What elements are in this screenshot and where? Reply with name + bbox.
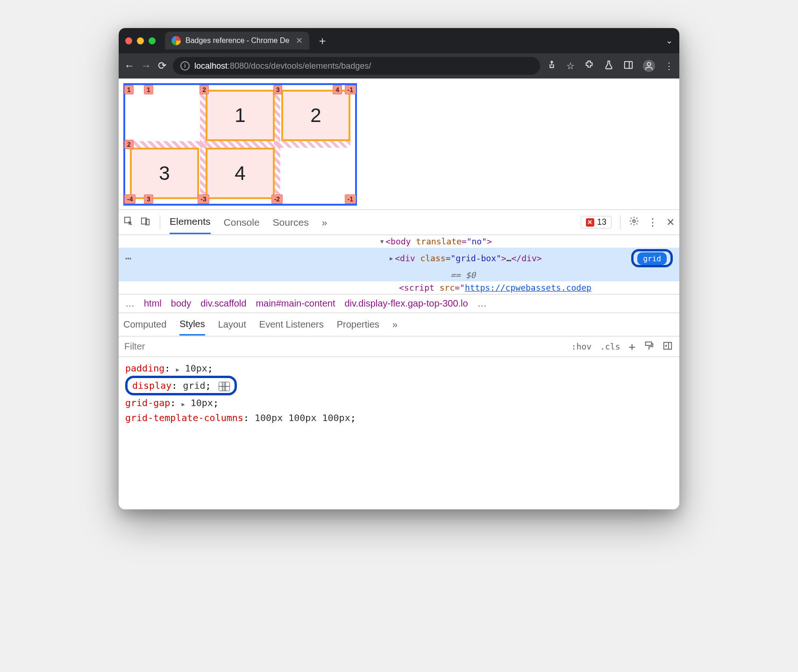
cls-toggle[interactable]: .cls: [600, 342, 620, 351]
labs-icon[interactable]: [604, 60, 614, 72]
computed-sidebar-icon[interactable]: [663, 341, 673, 353]
browser-tab[interactable]: Badges reference - Chrome De ✕: [165, 32, 309, 50]
dom-breadcrumb[interactable]: … html body div.scaffold main#main-conte…: [119, 294, 679, 313]
close-window-button[interactable]: [125, 37, 132, 44]
grid-line-label: -3: [198, 194, 209, 204]
maximize-window-button[interactable]: [149, 37, 156, 44]
tab-styles[interactable]: Styles: [179, 314, 205, 336]
attr-name: src: [440, 283, 455, 293]
grid-cell-1: 1: [206, 90, 275, 141]
css-value: 10px: [185, 363, 207, 374]
styles-filter-row: :hov .cls +: [119, 336, 679, 357]
kebab-menu-icon[interactable]: ⋮: [648, 216, 658, 229]
grid-cell-empty: [281, 148, 350, 199]
tab-title: Badges reference - Chrome De: [185, 36, 289, 45]
script-src-link[interactable]: https://cpwebassets.codep: [465, 283, 591, 293]
svg-rect-6: [646, 342, 652, 345]
grid-cell-3: 3: [130, 148, 199, 199]
extensions-icon[interactable]: [584, 60, 594, 72]
tab-computed[interactable]: Computed: [123, 315, 166, 335]
breadcrumb-ellipsis[interactable]: …: [125, 298, 135, 309]
styles-panel-tabs: Computed Styles Layout Event Listeners P…: [119, 313, 679, 336]
css-declaration[interactable]: grid-template-columns: 100px 100px 100px…: [125, 410, 673, 425]
back-button[interactable]: ←: [124, 60, 135, 72]
devtools-header: Elements Console Sources » ✕ 13 ⋮ ✕: [119, 210, 679, 235]
grid-line-label: 1: [144, 85, 153, 94]
grid-cells: 1 2 3 4: [130, 90, 350, 199]
grid-line-label: 2: [200, 85, 209, 94]
css-property: display: [132, 380, 171, 391]
tab-layout[interactable]: Layout: [218, 315, 246, 335]
grid-line-label: -1: [345, 85, 356, 94]
grid-line-label: -2: [271, 194, 283, 204]
css-property: grid-template-columns: [125, 412, 243, 423]
attr-value: "grid-box": [450, 253, 501, 263]
minimize-window-button[interactable]: [137, 37, 144, 44]
styles-filter-input[interactable]: [119, 341, 565, 352]
grid-line-label: 4: [333, 85, 342, 94]
url-port: :8080: [228, 61, 249, 71]
grid-cell-2: 2: [281, 90, 350, 141]
side-panel-icon[interactable]: [623, 60, 634, 72]
css-declaration[interactable]: padding: ▶ 10px;: [125, 361, 673, 376]
tab-sources[interactable]: Sources: [273, 211, 309, 234]
error-count-badge[interactable]: ✕ 13: [581, 216, 612, 229]
tab-console[interactable]: Console: [224, 211, 260, 234]
tabs-dropdown-icon[interactable]: ⌄: [666, 36, 673, 46]
breadcrumb-item[interactable]: div.display-flex.gap-top-300.lo: [344, 298, 468, 309]
close-tab-icon[interactable]: ✕: [296, 36, 303, 46]
css-property: padding: [125, 363, 164, 374]
grid-badge[interactable]: grid: [637, 252, 667, 265]
expand-triangle-icon[interactable]: ▶: [390, 255, 393, 262]
collapsed-ellipsis-icon[interactable]: ⋯: [125, 252, 131, 264]
settings-gear-icon[interactable]: [629, 216, 639, 229]
grid-badge-annotation: grid: [631, 249, 673, 267]
more-tabs-icon[interactable]: »: [322, 211, 328, 234]
kebab-menu-icon[interactable]: ⋮: [664, 60, 674, 71]
device-toolbar-icon[interactable]: [140, 216, 150, 229]
grid-line-label: -4: [124, 194, 135, 204]
breadcrumb-ellipsis[interactable]: …: [477, 298, 487, 309]
breadcrumb-item[interactable]: body: [171, 298, 191, 309]
titlebar: Badges reference - Chrome De ✕ ＋ ⌄: [119, 28, 679, 53]
breadcrumb-item[interactable]: html: [144, 298, 162, 309]
grid-editor-icon[interactable]: [219, 382, 230, 391]
expand-triangle-icon[interactable]: ▼: [380, 238, 384, 245]
expand-shorthand-icon[interactable]: ▶: [181, 401, 185, 407]
hov-toggle[interactable]: :hov: [571, 342, 591, 351]
new-tab-button[interactable]: ＋: [317, 33, 328, 48]
profile-avatar-icon[interactable]: [643, 60, 655, 72]
more-tabs-icon[interactable]: »: [392, 315, 398, 335]
devtools-panel: Elements Console Sources » ✕ 13 ⋮ ✕: [119, 209, 679, 509]
tab-elements[interactable]: Elements: [170, 210, 211, 234]
new-style-rule-icon[interactable]: +: [629, 340, 635, 353]
url-host: localhost: [194, 61, 228, 71]
css-rules[interactable]: padding: ▶ 10px; display: grid; grid-gap…: [119, 357, 679, 429]
svg-point-1: [647, 63, 650, 66]
forward-button[interactable]: →: [141, 60, 151, 72]
grid-cell-empty: [130, 90, 199, 141]
tab-event-listeners[interactable]: Event Listeners: [259, 315, 324, 335]
selected-element-ref: == $0: [450, 270, 476, 280]
share-icon[interactable]: [547, 60, 557, 72]
expand-shorthand-icon[interactable]: ▶: [176, 366, 179, 373]
grid-line-label: 3: [144, 194, 153, 204]
close-devtools-icon[interactable]: ✕: [666, 216, 675, 229]
bookmark-icon[interactable]: ☆: [566, 60, 575, 71]
breadcrumb-item[interactable]: div.scaffold: [200, 298, 246, 309]
display-grid-annotation: display: grid;: [125, 376, 237, 395]
page-content: 1 2 3 4 1 1 2 3 4 -1 2 -4 3 -3 -2: [119, 79, 679, 209]
url-path: /docs/devtools/elements/badges/: [249, 61, 371, 71]
paint-icon[interactable]: [644, 341, 654, 353]
inspect-element-icon[interactable]: [123, 216, 134, 229]
dom-tree[interactable]: ▼ <body translate="no"> ⋯ ▶ <div class="…: [119, 235, 679, 294]
toolbar: ← → ⟳ i localhost:8080/docs/devtools/ele…: [119, 53, 679, 79]
tab-properties[interactable]: Properties: [337, 315, 379, 335]
reload-button[interactable]: ⟳: [158, 60, 166, 72]
site-info-icon[interactable]: i: [180, 61, 190, 71]
address-bar[interactable]: i localhost:8080/docs/devtools/elements/…: [173, 57, 540, 75]
window-controls: [125, 37, 156, 44]
breadcrumb-item[interactable]: main#main-content: [256, 298, 335, 309]
grid-cell-4: 4: [206, 148, 275, 199]
css-declaration[interactable]: grid-gap: ▶ 10px;: [125, 395, 673, 410]
